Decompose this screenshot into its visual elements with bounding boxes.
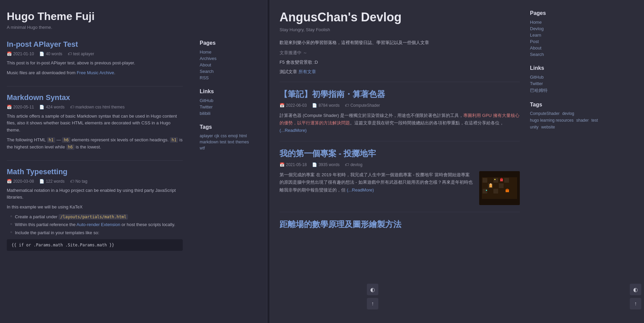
left-link-twitter[interactable]: Twitter	[200, 104, 254, 109]
right-post-meta-compute: 📅 2022-06-03 📄 8784 words 🏷 ComputeShade…	[280, 103, 520, 108]
theme-toggle-button[interactable]: ◐	[367, 284, 378, 295]
right-page-learn[interactable]: Learn	[530, 33, 604, 38]
left-site-header: Hugo Theme Fuji A minimal Hugo theme.	[0, 10, 267, 40]
right-post-title-compute[interactable]: 【筆記】初學指南・算著色器	[280, 89, 520, 100]
right-page-home[interactable]: Home	[530, 20, 604, 25]
post-extra-aplayer: Music files are all downloaded from Free…	[7, 69, 183, 77]
left-page-search[interactable]: Search	[200, 69, 254, 74]
right-post-card-dungeon: 我的第一個專案 - 投擲地牢 📅 2021-05-18 📄 3935 words…	[280, 141, 520, 205]
left-site-title: Hugo Theme Fuji	[7, 10, 260, 23]
left-sidebar: Pages Home Archives About Search RSS Lin…	[193, 40, 261, 264]
right-page-search[interactable]: Search	[530, 52, 604, 57]
right-tag-website[interactable]: website	[541, 125, 555, 129]
right-tags-section: Tags ComputeShader devlog hugo learning …	[530, 102, 604, 129]
svg-rect-4	[493, 178, 498, 183]
svg-rect-6	[504, 178, 509, 183]
math-bullet-3: Include the partial in your templates li…	[10, 229, 183, 236]
right-page-about[interactable]: About	[530, 45, 604, 51]
left-tag-themes[interactable]: themes	[236, 140, 249, 144]
post-desc-markdown: This article offers a sample of basic Ma…	[7, 113, 183, 134]
post-card-math: Math Typesetting 📅 2020-03-08 📄 122 word…	[7, 167, 183, 258]
left-page-rss[interactable]: RSS	[200, 75, 254, 80]
right-content-wrapper: AngusChan's Devlog Stay Hungry, Stay Foo…	[269, 0, 644, 323]
post-words-aplayer: 📄 40 words	[39, 52, 62, 56]
svg-rect-18	[501, 178, 502, 179]
svg-rect-13	[488, 189, 493, 194]
right-links-section: Links GitHub Twitter 巴哈姆特	[530, 65, 604, 94]
post-title-math[interactable]: Math Typesetting	[7, 167, 183, 176]
right-tag-hugo-learning[interactable]: hugo learning resources	[530, 118, 574, 123]
right-tag-test[interactable]: test	[591, 118, 598, 123]
scroll-top-button-left[interactable]: ↑	[367, 298, 378, 309]
right-link-github[interactable]: GitHub	[530, 75, 604, 80]
left-tag-text[interactable]: text	[228, 140, 234, 144]
left-link-github[interactable]: GitHub	[200, 98, 254, 103]
svg-rect-10	[499, 183, 504, 188]
left-tag-css[interactable]: css	[221, 134, 227, 138]
post-words-math: 📄 122 words	[39, 179, 64, 184]
left-theme-buttons: ◐ ↑	[367, 284, 378, 309]
post-extra-math: In this example we will be using KaTeX	[7, 204, 183, 211]
right-tag-devlog[interactable]: devlog	[562, 111, 574, 117]
math-bullet-list: Create a partial under /layouts/partials…	[7, 214, 183, 236]
right-post-title-sdf[interactable]: 距離場的數學原理及圖形繪製方法	[280, 219, 520, 230]
right-page-post[interactable]: Post	[530, 39, 604, 44]
svg-rect-20	[506, 189, 508, 190]
left-tag-cjk[interactable]: cjk	[214, 134, 219, 138]
math-bullet-2: Within this partial reference the Auto-r…	[10, 221, 183, 228]
right-link-bahamut[interactable]: 巴哈姆特	[530, 87, 604, 94]
left-tag-html[interactable]: html	[239, 134, 247, 138]
right-post-title-dungeon[interactable]: 我的第一個專案 - 投擲地牢	[280, 148, 520, 159]
left-tag-aplayer[interactable]: aplayer	[200, 134, 213, 138]
right-post-date-dungeon: 📅 2021-05-18	[280, 162, 307, 167]
left-tag-markdown[interactable]: markdown	[200, 140, 218, 144]
svg-rect-24	[479, 199, 520, 205]
right-pages-title: Pages	[530, 10, 604, 16]
right-panel: AngusChan's Devlog Stay Hungry, Stay Foo…	[269, 0, 644, 323]
right-tags-title: Tags	[530, 102, 604, 108]
left-page-about[interactable]: About	[200, 62, 254, 67]
right-intro-line2: 文章搬遷中 ～	[280, 50, 520, 56]
post-extra-markdown: The following HTML h1 — h6 elements repr…	[7, 137, 183, 151]
left-tag-test[interactable]: test	[220, 140, 226, 144]
doc-icon-2: 📄	[39, 105, 44, 109]
post-title-aplayer[interactable]: In-post APlayer Test	[7, 40, 183, 49]
all-articles-link[interactable]: 所有文章	[298, 69, 316, 74]
left-links-title: Links	[200, 88, 254, 95]
svg-rect-11	[504, 183, 509, 188]
left-panel: Hugo Theme Fuji A minimal Hugo theme. In…	[0, 0, 267, 323]
post-meta-aplayer: 📅 2021-01-10 📄 40 words 🏷 test aplayer	[7, 52, 183, 56]
highlight-gpu: 專圖利用 GPU 擁有大量核心的優勢，以平行運算的方法解決問題	[280, 113, 519, 125]
right-link-twitter[interactable]: Twitter	[530, 81, 604, 86]
left-page-archives[interactable]: Archives	[200, 56, 254, 61]
right-page-devlog[interactable]: Devlog	[530, 26, 604, 31]
right-tag-shader[interactable]: shader	[576, 118, 589, 123]
scroll-top-button-right[interactable]: ↑	[630, 298, 641, 309]
tag-icon-r1: 🏷	[345, 103, 349, 108]
left-tag-emoji[interactable]: emoji	[228, 134, 238, 138]
calendar-icon: 📅	[7, 52, 12, 56]
calendar-icon-2: 📅	[7, 105, 12, 109]
left-tag-wtf[interactable]: wtf	[200, 146, 205, 150]
right-post-card-compute: 【筆記】初學指南・算著色器 📅 2022-06-03 📄 8784 words …	[280, 82, 520, 134]
svg-rect-7	[483, 183, 487, 188]
read-more-dungeon[interactable]: (...ReadMore)	[347, 187, 374, 193]
left-link-bilibili[interactable]: bilibili	[200, 111, 254, 116]
auto-render-link[interactable]: Auto-render Extension	[76, 222, 120, 227]
right-post-card-sdf: 距離場的數學原理及圖形繪製方法	[280, 212, 520, 230]
svg-rect-12	[483, 189, 487, 194]
read-more-compute[interactable]: (...ReadMore)	[280, 128, 307, 133]
free-music-archive-link[interactable]: Free Music Archive	[77, 70, 114, 75]
svg-rect-23	[479, 171, 520, 177]
math-bullet-1: Create a partial under /layouts/partials…	[10, 214, 183, 220]
right-tag-unity[interactable]: unity	[530, 125, 538, 129]
right-theme-toggle-button[interactable]: ◐	[630, 284, 641, 295]
doc-icon-3: 📄	[39, 179, 44, 184]
post-title-markdown[interactable]: Markdown Syntax	[7, 93, 183, 102]
svg-rect-16	[490, 183, 491, 185]
right-tag-computeshader[interactable]: ComputeShader	[530, 111, 559, 117]
post-meta-math: 📅 2020-03-08 📄 122 words 🏷 No tag	[7, 179, 183, 184]
left-page-home[interactable]: Home	[200, 49, 254, 55]
post-desc-aplayer: This post is for in-post APlayer test, a…	[7, 60, 183, 67]
right-site-subtitle: Stay Hungry, Stay Foolish	[280, 27, 520, 32]
